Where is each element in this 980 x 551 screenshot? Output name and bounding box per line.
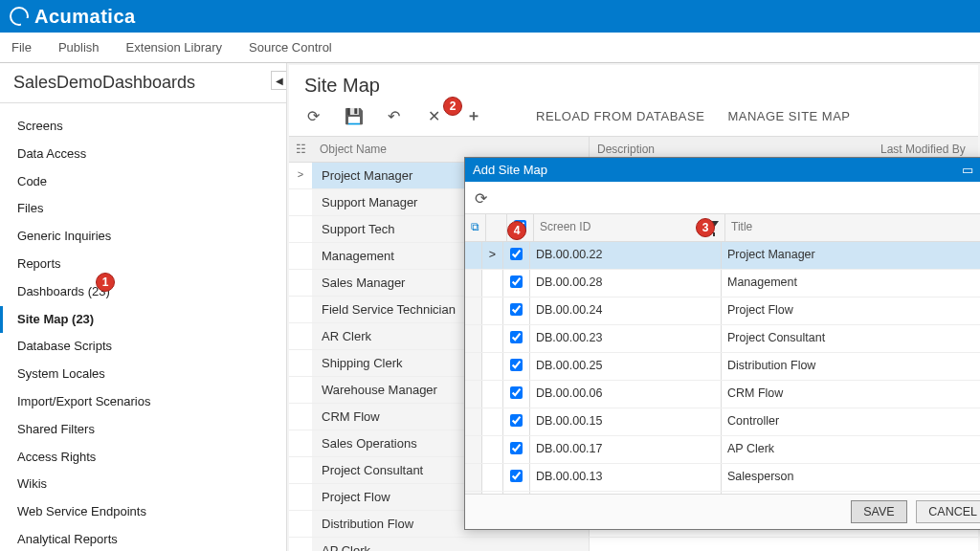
dialog-titlebar[interactable]: Add Site Map ▭ ✕ — [465, 158, 980, 182]
sidebar-item[interactable]: Dashboards (23) — [0, 278, 286, 306]
dialog-grid-body[interactable]: >DB.00.00.22Project ManagerDB.00.00.28Ma… — [465, 242, 980, 494]
dialog-row-screen-id: DB.00.00.25 — [530, 353, 722, 380]
dialog-row-title: Management — [722, 270, 980, 297]
menu-publish[interactable]: Publish — [58, 40, 100, 55]
grid-row-settings-icon[interactable]: ☷ — [289, 137, 312, 162]
add-icon[interactable]: ＋ — [465, 106, 482, 126]
dialog-row-title: Sales Operations — [722, 492, 980, 494]
reload-from-database-button[interactable]: RELOAD FROM DATABASE — [536, 109, 704, 123]
dialog-row-head — [465, 325, 482, 352]
callout-4: 4 — [507, 221, 526, 240]
dialog-refresh-icon[interactable]: ⟳ — [475, 190, 487, 207]
add-site-map-dialog: Add Site Map ▭ ✕ ⟳ ⧉ Screen ID Title >DB… — [464, 157, 980, 530]
dialog-row-screen-id: DB.00.00.28 — [530, 270, 722, 297]
cancel-button[interactable]: CANCEL — [916, 500, 980, 523]
dialog-row-checkbox[interactable] — [503, 381, 530, 408]
menu-file[interactable]: File — [11, 40, 32, 55]
sidebar-item[interactable]: Files — [0, 195, 286, 223]
dialog-title-text: Add Site Map — [473, 163, 547, 177]
dialog-row-indicator — [482, 464, 503, 491]
app-header: Acumatica — [0, 0, 980, 33]
dialog-row[interactable]: DB.00.00.17AP Clerk — [465, 436, 980, 464]
sidebar-item[interactable]: Reports — [0, 251, 286, 278]
dialog-row-head — [465, 492, 482, 494]
collapse-sidebar-icon[interactable]: ◀ — [271, 71, 286, 90]
row-indicator-icon — [289, 538, 312, 551]
dialog-row[interactable]: DB.00.00.06CRM Flow — [465, 381, 980, 408]
dialog-row-title: Salesperson — [722, 464, 980, 491]
dialog-row[interactable]: >DB.00.00.22Project Manager — [465, 242, 980, 270]
sidebar-item[interactable]: Analytical Reports — [0, 526, 286, 551]
sidebar-item[interactable]: Code — [0, 168, 286, 196]
dialog-row-checkbox[interactable] — [503, 464, 530, 491]
sidebar-item[interactable]: Site Map (23) — [0, 306, 286, 334]
sidebar-item[interactable]: Screens — [0, 113, 286, 141]
sidebar-item[interactable]: Database Scripts — [0, 333, 286, 361]
dialog-export-icon[interactable]: ⧉ — [465, 214, 486, 241]
dialog-row-checkbox[interactable] — [503, 492, 530, 494]
dialog-row-checkbox[interactable] — [503, 270, 530, 297]
dialog-row-title: Project Manager — [722, 242, 980, 269]
dialog-row[interactable]: DB.00.00.23Project Consultant — [465, 325, 980, 353]
dialog-row[interactable]: DB.00.00.25Distribution Flow — [465, 353, 980, 381]
row-indicator-icon — [289, 323, 312, 349]
sidebar-item[interactable]: Data Access — [0, 141, 286, 168]
save-icon: 💾 — [345, 107, 362, 125]
dialog-row-checkbox[interactable] — [503, 298, 530, 324]
save-button[interactable]: SAVE — [851, 500, 906, 523]
dialog-row-checkbox[interactable] — [503, 408, 530, 435]
dialog-row-indicator — [482, 381, 503, 408]
delete-icon[interactable]: ✕ — [425, 107, 442, 125]
dialog-row-checkbox[interactable] — [503, 436, 530, 463]
dialog-row-head — [465, 381, 482, 408]
dialog-row-checkbox[interactable] — [503, 242, 530, 269]
sidebar-item[interactable]: Wikis — [0, 471, 286, 498]
dialog-row-indicator — [482, 436, 503, 463]
grid-row[interactable]: AP Clerk — [289, 538, 978, 551]
project-title: SalesDemoDashboards ◀ — [0, 63, 286, 103]
sidebar-item[interactable]: Generic Inquiries — [0, 223, 286, 251]
logo-icon — [10, 7, 29, 26]
menu-source-control[interactable]: Source Control — [249, 40, 332, 55]
dialog-row-screen-id: DB.00.00.24 — [530, 298, 722, 324]
dialog-row-title: AP Clerk — [722, 436, 980, 463]
dialog-row-screen-id: DB.00.00.23 — [530, 325, 722, 352]
dialog-row-head — [465, 242, 482, 269]
dialog-toolbar: ⟳ — [465, 182, 980, 213]
dialog-row[interactable]: DB.00.00.28Management — [465, 270, 980, 298]
callout-2: 2 — [443, 97, 462, 116]
dialog-footer: SAVE CANCEL — [465, 494, 980, 529]
dialog-row[interactable]: DB.00.00.24Project Flow — [465, 298, 980, 325]
dialog-row-title: Distribution Flow — [722, 353, 980, 380]
dialog-row-checkbox[interactable] — [503, 353, 530, 380]
manage-site-map-button[interactable]: MANAGE SITE MAP — [727, 109, 850, 123]
dialog-row-head — [465, 408, 482, 435]
sidebar-item[interactable]: Web Service Endpoints — [0, 498, 286, 526]
dialog-grid: ⧉ Screen ID Title >DB.00.00.22Project Ma… — [465, 213, 980, 494]
dialog-row-checkbox[interactable] — [503, 325, 530, 352]
sidebar-item[interactable]: Access Rights — [0, 444, 286, 472]
row-indicator-icon — [289, 430, 312, 456]
page-toolbar: ⟳ 💾 ↶ ✕ ＋ RELOAD FROM DATABASE MANAGE SI… — [289, 100, 978, 136]
row-indicator-icon — [289, 511, 312, 537]
dialog-row-indicator-header — [486, 214, 507, 241]
sidebar-item[interactable]: System Locales — [0, 361, 286, 388]
sidebar-items: ScreensData AccessCodeFilesGeneric Inqui… — [0, 103, 286, 551]
dialog-col-title[interactable]: Title — [725, 214, 980, 241]
menu-extension-library[interactable]: Extension Library — [126, 40, 222, 55]
refresh-icon[interactable]: ⟳ — [304, 107, 322, 125]
dialog-row-screen-id: DB.00.00.12 — [530, 492, 722, 494]
row-indicator-icon — [289, 484, 312, 510]
row-indicator-icon — [289, 243, 312, 269]
dialog-row[interactable]: DB.00.00.15Controller — [465, 408, 980, 436]
dialog-row-indicator — [482, 298, 503, 324]
dialog-row-title: CRM Flow — [722, 381, 980, 408]
dialog-row[interactable]: DB.00.00.12Sales Operations — [465, 492, 980, 494]
sidebar-item[interactable]: Shared Filters — [0, 416, 286, 444]
dialog-maximize-icon[interactable]: ▭ — [962, 163, 973, 177]
undo-icon[interactable]: ↶ — [385, 107, 402, 125]
dialog-row[interactable]: DB.00.00.13Salesperson — [465, 464, 980, 492]
sidebar-item[interactable]: Import/Export Scenarios — [0, 388, 286, 416]
sidebar: SalesDemoDashboards ◀ ScreensData Access… — [0, 63, 287, 551]
dialog-row-screen-id: DB.00.00.17 — [530, 436, 722, 463]
